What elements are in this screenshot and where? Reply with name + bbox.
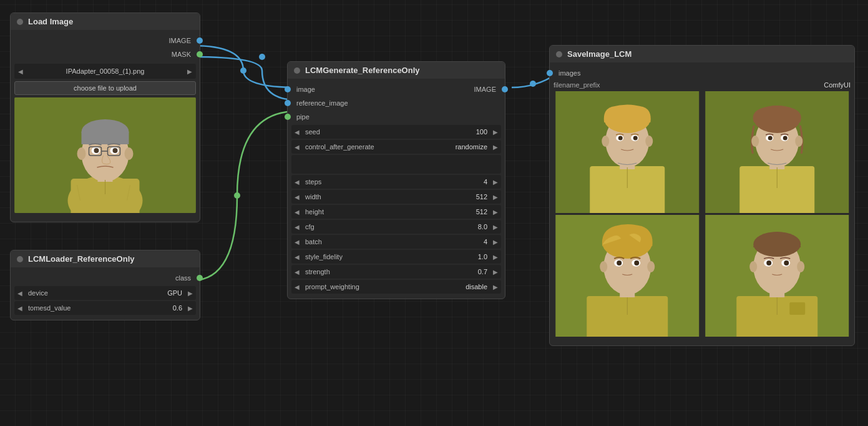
lcm-loader-title: LCMLoader_ReferenceOnly [28, 254, 135, 264]
svg-point-69 [766, 260, 771, 265]
gen-image-output-port[interactable] [502, 86, 508, 92]
ref-image-row: reference_image [288, 96, 505, 110]
ref-image-port[interactable] [285, 100, 291, 106]
width-control: ◀ width 512 ▶ [291, 190, 501, 204]
batch-right-arrow[interactable]: ▶ [490, 235, 501, 249]
cag-left-arrow[interactable]: ◀ [291, 140, 303, 154]
steps-value: 4 [484, 178, 490, 186]
height-control: ◀ height 512 ▶ [291, 205, 501, 219]
save-thumb-2 [703, 91, 851, 213]
batch-left-arrow[interactable]: ◀ [291, 235, 303, 249]
device-right-arrow[interactable]: ▶ [185, 286, 196, 300]
filename-prefix-label: filename_prefix [553, 81, 616, 89]
strength-value: 0.7 [478, 268, 490, 275]
seed-label: seed [303, 128, 476, 136]
seed-left-arrow[interactable]: ◀ [291, 125, 303, 139]
svg-point-65 [749, 261, 757, 272]
svg-point-53 [647, 261, 655, 272]
lcm-loader-dot [17, 256, 23, 262]
cfg-label: cfg [303, 223, 478, 230]
filename-prefix-row: filename_prefix ComfyUI [553, 81, 851, 89]
tomesd-control: ◀ tomesd_value 0.6 ▶ [14, 301, 196, 315]
load-image-body: IMAGE MASK ◀ IPAdapter_00058_(1).png ▶ c… [11, 30, 200, 222]
strength-control: ◀ strength 0.7 ▶ [291, 265, 501, 279]
mask-output-port[interactable] [197, 51, 203, 57]
save-image-body: images filename_prefix ComfyUI [550, 62, 854, 345]
steps-right-arrow[interactable]: ▶ [490, 175, 501, 189]
class-output-label: class [172, 274, 195, 282]
lcm-loader-body: class ◀ device GPU ▶ ◀ tomesd_value 0.6 … [11, 267, 200, 320]
sf-right-arrow[interactable]: ▶ [490, 250, 501, 264]
pw-left-arrow[interactable]: ◀ [291, 280, 303, 294]
cfg-value: 8.0 [478, 223, 490, 230]
device-label: device [26, 289, 167, 297]
svg-point-16 [113, 148, 118, 153]
image-prev-btn[interactable]: ◀ [14, 64, 27, 79]
class-output-port[interactable] [197, 275, 203, 281]
svg-point-3 [530, 81, 536, 87]
cfg-left-arrow[interactable]: ◀ [291, 220, 303, 234]
sf-left-arrow[interactable]: ◀ [291, 250, 303, 264]
pipe-row: pipe [288, 110, 505, 124]
text-area[interactable] [291, 155, 501, 174]
device-left-arrow[interactable]: ◀ [14, 286, 26, 300]
choose-file-button[interactable]: choose file to upload [14, 81, 196, 95]
image-next-btn[interactable]: ▶ [183, 64, 196, 79]
svg-point-29 [645, 136, 653, 147]
sf-label: style_fidelity [303, 253, 478, 260]
images-input-label: images [555, 69, 584, 77]
height-right-arrow[interactable]: ▶ [490, 205, 501, 219]
images-input-row: images [550, 66, 854, 80]
steps-left-arrow[interactable]: ◀ [291, 175, 303, 189]
load-image-title: Load Image [28, 17, 73, 26]
lcm-generate-dot [294, 67, 300, 74]
mask-output-row: MASK [11, 47, 200, 61]
tomesd-label: tomesd_value [26, 304, 173, 312]
device-control: ◀ device GPU ▶ [14, 286, 196, 300]
device-value: GPU [167, 289, 185, 297]
tomesd-value: 0.6 [173, 304, 185, 312]
tomesd-left-arrow[interactable]: ◀ [14, 301, 26, 315]
svg-point-12 [125, 147, 134, 160]
image-output-label: IMAGE [165, 37, 195, 44]
images-input-port[interactable] [547, 70, 553, 76]
width-right-arrow[interactable]: ▶ [490, 190, 501, 204]
svg-point-32 [618, 136, 623, 141]
gen-image-output-label: IMAGE [471, 86, 500, 93]
save-image-grid [553, 91, 851, 337]
cfg-control: ◀ cfg 8.0 ▶ [291, 220, 501, 234]
pw-label: prompt_weighting [303, 283, 466, 290]
pw-right-arrow[interactable]: ▶ [490, 280, 501, 294]
pw-control: ◀ prompt_weighting disable ▶ [291, 280, 501, 294]
svg-rect-10 [82, 132, 129, 144]
style-fidelity-control: ◀ style_fidelity 1.0 ▶ [291, 250, 501, 264]
svg-point-52 [600, 261, 607, 272]
svg-point-70 [784, 260, 789, 265]
strength-left-arrow[interactable]: ◀ [291, 265, 303, 279]
gen-image-input-port[interactable] [285, 86, 291, 92]
strength-label: strength [303, 268, 478, 275]
svg-point-1 [259, 54, 265, 60]
lcm-generate-node: LCMGenerate_ReferenceOnly image IMAGE re… [287, 61, 505, 299]
cfg-right-arrow[interactable]: ▶ [490, 220, 501, 234]
svg-point-33 [633, 136, 638, 141]
image-nav-row: ◀ IPAdapter_00058_(1).png ▶ [14, 64, 196, 79]
svg-point-44 [768, 136, 772, 141]
cag-control: ◀ control_after_generate randomize ▶ [291, 140, 501, 154]
strength-right-arrow[interactable]: ▶ [490, 265, 501, 279]
save-image-title: SaveImage_LCM [567, 49, 631, 59]
lcm-generate-title: LCMGenerate_ReferenceOnly [305, 66, 420, 75]
svg-point-56 [617, 260, 622, 265]
height-left-arrow[interactable]: ◀ [291, 205, 303, 219]
cag-right-arrow[interactable]: ▶ [490, 140, 501, 154]
tomesd-right-arrow[interactable]: ▶ [185, 301, 196, 315]
image-output-port[interactable] [197, 37, 203, 44]
svg-point-57 [634, 260, 639, 265]
seed-right-arrow[interactable]: ▶ [490, 125, 501, 139]
svg-point-15 [94, 148, 99, 153]
image-preview [14, 97, 196, 213]
width-left-arrow[interactable]: ◀ [291, 190, 303, 204]
svg-point-28 [602, 136, 609, 147]
save-image-node: SaveImage_LCM images filename_prefix Com… [549, 45, 855, 346]
pipe-port[interactable] [285, 114, 291, 120]
